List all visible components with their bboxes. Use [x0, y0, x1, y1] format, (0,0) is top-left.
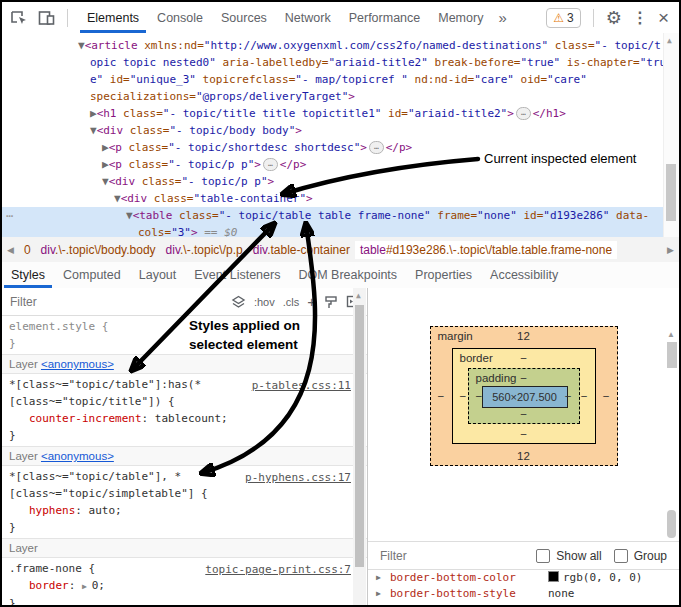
css-selector[interactable]: [class~="topic/simpletable"] { [9, 485, 367, 502]
styles-filter-input[interactable] [8, 294, 223, 310]
tab-memory[interactable]: Memory [429, 2, 492, 33]
css-declaration[interactable]: border: ▶ 0; [9, 577, 367, 595]
device-toolbar-icon[interactable] [38, 10, 55, 26]
border-left-value[interactable]: − [460, 390, 467, 402]
css-declaration[interactable]: hyphens: auto; [9, 502, 367, 519]
expand-toggle-icon[interactable]: ▶ [102, 141, 109, 154]
dom-tree-node[interactable]: specializations="@props/deliveryTarget"> [2, 88, 679, 105]
border-top-value[interactable]: − [520, 352, 527, 364]
inspect-element-icon[interactable] [10, 10, 28, 26]
expand-toggle-icon[interactable]: ▶ [102, 158, 109, 171]
inline-ellipsis-badge[interactable]: … [369, 141, 384, 154]
dom-tree-node[interactable]: opic topic nested0" aria-labelledby="ari… [2, 54, 679, 71]
class-toggle[interactable]: .cls [283, 296, 300, 308]
tab-sources[interactable]: Sources [212, 2, 276, 33]
dom-tree-node[interactable]: ▼<div class="- topic/body body"> [2, 122, 679, 139]
dom-tree-node[interactable]: ▼<article xmlns:nd="http://www.oxygenxml… [2, 37, 679, 54]
expand-toggle-icon[interactable]: ▶ [376, 570, 381, 586]
border-right-value[interactable]: − [581, 390, 588, 402]
tab-elements[interactable]: Elements [78, 2, 148, 33]
padding-top-value[interactable]: − [520, 372, 527, 384]
border-bottom-value[interactable]: − [520, 428, 527, 440]
settings-gear-icon[interactable]: ⚙ [606, 10, 622, 26]
cascade-layers-icon[interactable] [231, 295, 246, 309]
sidebar-tab-styles[interactable]: Styles [2, 262, 54, 288]
margin-right-value[interactable]: − [603, 390, 610, 402]
new-style-rule-icon[interactable]: + [307, 293, 316, 310]
scrollbar-thumb[interactable] [667, 510, 676, 538]
dom-tree-node[interactable]: ▶<p class="- topic/shortdesc shortdesc">… [2, 139, 679, 156]
breadcrumb-item[interactable]: div.table-container [248, 241, 355, 259]
styles-scrollbar[interactable]: ▲ [353, 288, 366, 605]
padding-right-value[interactable]: − [565, 390, 572, 402]
css-declaration[interactable]: counter-increment: tablecount; [9, 410, 367, 427]
dom-tree-node[interactable]: ▶<p class="- topic/p p">…</p> [2, 156, 679, 173]
expand-toggle-icon[interactable]: ▶ [376, 602, 381, 605]
computed-property-row[interactable]: ▶border-bottom-stylenone [368, 586, 679, 602]
show-all-checkbox[interactable] [536, 549, 550, 563]
breadcrumb-item[interactable]: div.\-.topic\/p.p [161, 241, 248, 259]
scrollbar-thumb[interactable] [355, 305, 364, 567]
breadcrumb-item[interactable]: 0 [19, 241, 36, 259]
expand-toggle-icon[interactable]: ▼ [126, 209, 133, 222]
sidebar-tab-accessibility[interactable]: Accessibility [481, 262, 567, 288]
dom-tree-node[interactable]: ▼<div class="table-container"> [2, 190, 679, 207]
padding-left-value[interactable]: − [476, 390, 483, 402]
padding-bottom-value[interactable]: − [520, 408, 527, 420]
dom-tree-node[interactable]: ▶<h1 class="- topic/title title topictit… [2, 105, 679, 122]
tab-console[interactable]: Console [148, 2, 212, 33]
breadcrumb-next-icon[interactable]: ▶ [662, 245, 679, 255]
tab-performance[interactable]: Performance [340, 2, 430, 33]
expand-toggle-icon[interactable]: ▼ [78, 39, 85, 52]
scroll-up-icon[interactable]: ▲ [667, 36, 672, 45]
dom-tree-scrollbar[interactable]: ▲ [663, 33, 679, 237]
box-model-margin[interactable]: margin 12 12 − − border − − − − padding … [430, 326, 618, 466]
layer-link[interactable]: <anonymous> [41, 358, 114, 370]
scrollbar-thumb[interactable] [666, 164, 676, 221]
layer-link[interactable]: <anonymous> [41, 450, 114, 462]
more-tabs-icon[interactable]: » [492, 9, 512, 26]
tab-network[interactable]: Network [276, 2, 340, 33]
stylesheet-link[interactable]: p-tables.css:11 [252, 377, 351, 394]
dom-tree-node[interactable]: ▼<div class="- topic/p p"> [2, 173, 679, 190]
computed-filter-input[interactable] [378, 548, 530, 564]
sidebar-tab-properties[interactable]: Properties [406, 262, 481, 288]
stylesheet-link[interactable]: topic-page-print.css:7 [205, 561, 351, 578]
expand-toggle-icon[interactable]: ▶ [90, 107, 97, 120]
shorthand-expand-icon[interactable]: ▶ [82, 582, 92, 591]
box-model-border[interactable]: border − − − − padding − − − − 560×207.5… [452, 348, 596, 444]
inline-ellipsis-badge[interactable]: … [516, 107, 531, 120]
sidebar-tab-layout[interactable]: Layout [130, 262, 186, 288]
sidebar-tab-dom-breakpoints[interactable]: DOM Breakpoints [289, 262, 406, 288]
breadcrumb-item[interactable]: table#d193e286.\-.topic\/table.table.fra… [355, 241, 617, 259]
scroll-up-icon[interactable]: ▲ [356, 291, 361, 300]
scrollbar-thumb[interactable] [667, 342, 677, 368]
breadcrumb-item[interactable]: div.\-.topic\/body.body [36, 241, 161, 259]
inline-ellipsis-badge[interactable]: … [263, 158, 278, 171]
computed-property-row[interactable]: ▶border-bottom-colorrgb(0, 0, 0) [368, 570, 679, 586]
color-swatch-icon[interactable] [548, 571, 559, 582]
computed-property-row[interactable]: ▶border-bottom-width0px [368, 602, 679, 605]
expand-toggle-icon[interactable]: ▼ [90, 124, 97, 137]
expand-toggle-icon[interactable]: ▼ [114, 192, 121, 205]
stylesheet-link[interactable]: p-hyphens.css:17 [245, 469, 351, 486]
css-selector[interactable]: [class~="topic/title"]) { [9, 393, 367, 410]
dom-tree-node[interactable]: e" id="unique_3" topicrefclass="- map/to… [2, 71, 679, 88]
close-icon[interactable]: × [658, 11, 669, 25]
group-checkbox[interactable] [614, 549, 628, 563]
issues-badge[interactable]: ⚠ 3 [546, 8, 580, 28]
margin-left-value[interactable]: − [438, 390, 445, 402]
pseudo-state-toggle[interactable]: :hov [254, 296, 275, 308]
sidebar-tab-event-listeners[interactable]: Event Listeners [185, 262, 289, 288]
scroll-up-icon[interactable]: ▲ [667, 330, 675, 339]
expand-toggle-icon[interactable]: ▶ [376, 586, 381, 602]
margin-top-value[interactable]: 12 [517, 330, 530, 342]
rendering-emulation-icon[interactable] [324, 295, 338, 309]
sidebar-tab-computed[interactable]: Computed [54, 262, 130, 288]
dom-tree-node-selected[interactable]: …▼<table class="- topic/table table fram… [2, 207, 679, 224]
breadcrumb-prev-icon[interactable]: ◀ [2, 245, 19, 255]
node-menu-icon[interactable]: … [6, 205, 14, 222]
element-style-rule[interactable]: element.style { } [2, 316, 367, 354]
margin-bottom-value[interactable]: 12 [517, 450, 530, 462]
kebab-menu-icon[interactable]: ⋮ [632, 10, 648, 26]
